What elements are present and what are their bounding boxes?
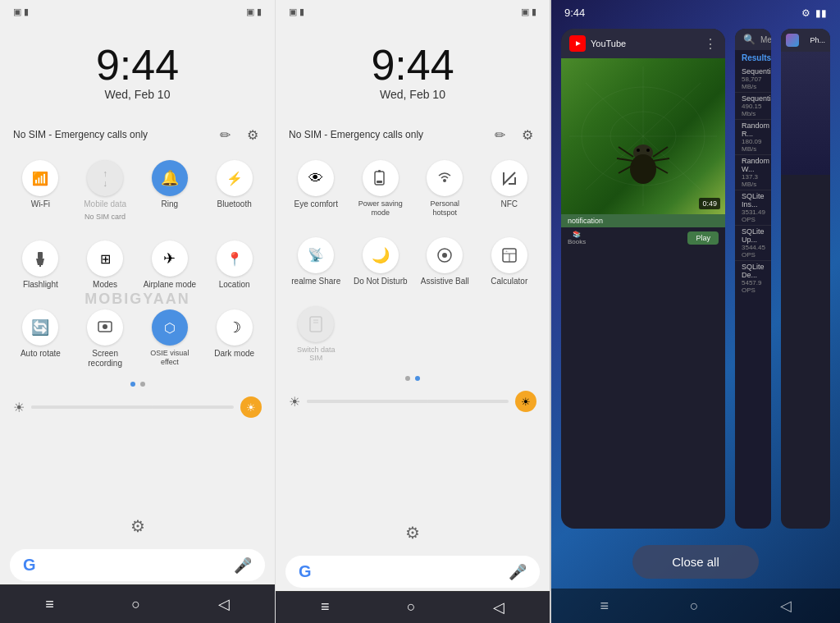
sim-status-text-2: No SIM - Emergency calls only	[289, 129, 423, 140]
bench-label-7: SQLite De...	[742, 263, 765, 279]
tile-nfc[interactable]: NFC	[479, 153, 541, 224]
sim-icons-2: ✏ ⚙	[491, 126, 536, 144]
wifi-label: Wi-Fi	[31, 199, 50, 209]
partial-app-card[interactable]: Ph...	[781, 29, 830, 529]
tile-power-saving[interactable]: Power savingmode	[350, 153, 412, 224]
dark-mode-icon: ☽	[217, 309, 253, 346]
tile-eye-comfort[interactable]: 👁 Eye comfort	[285, 153, 347, 224]
bench-row-5: SQLite Ins... 3531.49 OPS	[735, 190, 771, 226]
brightness-bar-1: ☀ ☀	[0, 390, 275, 424]
bottom-nav-bar-2: ≡ ○ ◁	[276, 591, 550, 623]
sim-info-2: No SIM - Emergency calls only ✏ ⚙	[276, 119, 550, 150]
settings-icon-2[interactable]: ⚙	[518, 126, 536, 144]
tile-calculator[interactable]: +- Calculator	[479, 231, 541, 293]
tile-wifi[interactable]: 📶 Wi-Fi	[10, 153, 71, 227]
nav-home-1[interactable]: ○	[118, 593, 153, 616]
flashlight-label: Flashlight	[23, 280, 58, 290]
time-display-1: 9:44	[16, 44, 258, 86]
date-display-2: Wed, Feb 10	[292, 88, 533, 101]
right-nav-menu[interactable]: ≡	[600, 598, 609, 615]
assistive-ball-icon	[427, 237, 463, 273]
brightness-fill-2	[307, 400, 428, 403]
quick-settings-panel-2: ▣ ▮ ▣ ▮ 9:44 Wed, Feb 10 No SIM - Emerge…	[276, 0, 551, 623]
settings-icon-1[interactable]: ⚙	[244, 126, 262, 144]
brightness-slider-2[interactable]	[307, 400, 509, 403]
tile-modes[interactable]: ⊞ Modes	[75, 234, 136, 296]
right-status-icons: ⚙ ▮▮	[801, 7, 827, 19]
dark-mode-label: Dark mode	[214, 349, 254, 359]
realme-share-icon: 📡	[298, 237, 334, 273]
tile-bluetooth[interactable]: ⚡ Bluetooth	[203, 153, 265, 227]
tile-switch-data-sim[interactable]: Switch dataSIM	[285, 300, 347, 370]
bench-search-bar[interactable]: 🔍 Measure	[735, 29, 771, 50]
status-bar-icons-right: ▣ ▮	[246, 7, 262, 17]
tile-realme-share[interactable]: 📡 realme Share	[285, 231, 347, 293]
bench-label-5: SQLite Ins...	[742, 192, 765, 208]
nav-back-1[interactable]: ◁	[205, 592, 243, 616]
youtube-title-row: ▶ YouTube	[569, 35, 626, 52]
tile-airplane[interactable]: ✈ Airplane mode	[139, 234, 201, 296]
close-all-container: Close all	[551, 535, 840, 589]
nav-menu-2[interactable]: ≡	[321, 598, 330, 616]
brightness-slider-1[interactable]	[31, 405, 234, 409]
partial-app-name: Ph...	[810, 36, 825, 44]
quick-tiles-row1-p2: 👁 Eye comfort Power savingmode Personalh…	[276, 150, 550, 227]
tile-mobile-data[interactable]: ↑↓ Mobile data No SIM card	[75, 153, 136, 227]
right-nav-back[interactable]: ◁	[780, 597, 792, 615]
status-bar-icons-left: ▣ ▮	[13, 7, 29, 17]
svg-point-4	[103, 324, 107, 329]
tile-flashlight[interactable]: Flashlight	[10, 234, 71, 296]
osie-label: OSIE visualeffect	[150, 349, 189, 367]
google-search-bar-2[interactable]: G 🎤	[285, 556, 540, 588]
nav-home-2[interactable]: ○	[407, 598, 416, 616]
location-icon: 📍	[217, 240, 253, 277]
books-label: Books	[568, 238, 586, 245]
nav-menu-1[interactable]: ≡	[32, 593, 67, 616]
svg-rect-0	[38, 252, 43, 259]
notification-text: notification	[568, 217, 603, 225]
tile-personal-hotspot[interactable]: Personalhotspot	[414, 153, 476, 224]
wifi-icon: 📶	[22, 160, 58, 196]
settings-button-1[interactable]: ⚙	[125, 513, 151, 539]
calculator-icon: +-	[491, 237, 527, 273]
mobile-data-icon: ↑↓	[87, 160, 123, 196]
tile-assistive-ball[interactable]: Assistive Ball	[414, 231, 476, 293]
flashlight-icon	[22, 240, 58, 277]
google-g-logo-2: G	[299, 562, 312, 581]
edit-icon-1[interactable]: ✏	[216, 126, 234, 144]
bench-row-6: SQLite Up... 3544.45 OPS	[735, 226, 771, 261]
right-settings-icon: ⚙	[801, 7, 810, 19]
bench-label-4: Random W...	[742, 157, 765, 173]
airplane-icon: ✈	[152, 240, 188, 277]
tile-auto-rotate[interactable]: 🔄 Auto rotate	[10, 303, 71, 375]
bluetooth-label: Bluetooth	[217, 199, 251, 209]
google-mic-icon-2[interactable]: 🎤	[509, 563, 527, 581]
svg-point-8	[443, 179, 446, 182]
youtube-app-card[interactable]: ▶ YouTube ⋮	[561, 29, 725, 529]
google-search-bar-1[interactable]: G 🎤	[10, 549, 265, 581]
play-button[interactable]: Play	[687, 231, 719, 245]
svg-line-26	[619, 147, 633, 157]
svg-rect-15	[310, 317, 322, 332]
svg-line-27	[617, 158, 633, 161]
books-section: 📚 Books	[568, 231, 586, 245]
tile-ring[interactable]: 🔔 Ring	[139, 153, 201, 227]
tile-location[interactable]: 📍 Location	[203, 234, 265, 296]
tile-dnd[interactable]: 🌙 Do Not Disturb	[350, 231, 412, 293]
nav-back-2[interactable]: ◁	[493, 598, 504, 616]
sim-status-text-1: No SIM - Emergency calls only	[13, 129, 148, 140]
recents-container: ▶ YouTube ⋮	[551, 22, 840, 535]
bench-label-1: Sequential	[742, 67, 765, 76]
tile-dark-mode[interactable]: ☽ Dark mode	[203, 303, 265, 375]
edit-icon-2[interactable]: ✏	[491, 126, 509, 144]
youtube-menu-dots[interactable]: ⋮	[704, 36, 717, 52]
quick-tiles-row2-p1: Flashlight ⊞ Modes ✈ Airplane mode 📍 Loc…	[0, 231, 275, 300]
svg-rect-6	[377, 181, 382, 183]
google-mic-icon-1[interactable]: 🎤	[234, 557, 252, 575]
svg-point-32	[637, 149, 640, 152]
settings-button-2[interactable]: ⚙	[399, 520, 426, 546]
right-nav-home[interactable]: ○	[690, 598, 699, 615]
tile-screen-recording[interactable]: Screenrecording	[75, 303, 136, 375]
close-all-button[interactable]: Close all	[632, 545, 759, 579]
tile-osie[interactable]: ⬡ OSIE visualeffect	[139, 303, 201, 375]
